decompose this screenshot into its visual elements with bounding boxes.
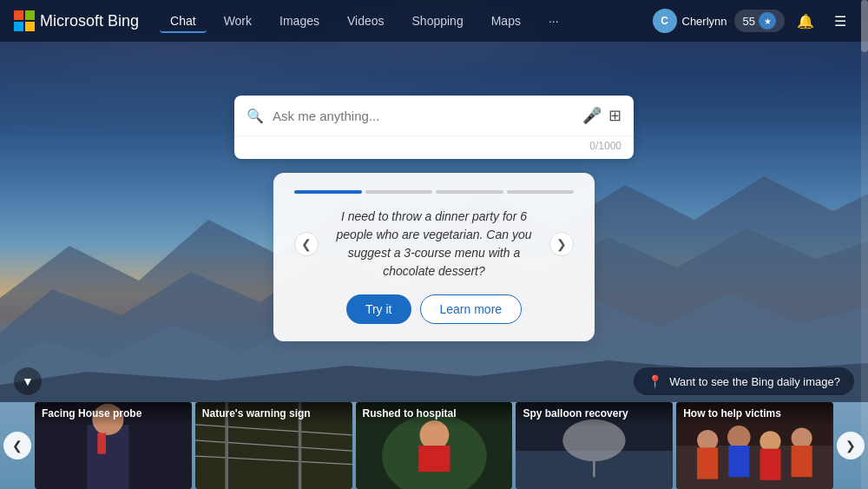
carousel-actions: Try it Learn more [294,294,574,324]
char-count: 0/1000 [589,140,621,152]
user-name: Cherlynn [682,15,727,28]
carousel-dot-2[interactable] [365,190,433,194]
user-area[interactable]: C Cherlynn [653,9,727,33]
svg-rect-21 [418,446,450,472]
news-card-4[interactable]: Spy balloon recovery [516,402,673,489]
svg-rect-32 [697,447,718,479]
svg-rect-4 [14,10,23,20]
learn-more-button[interactable]: Learn more [420,294,523,324]
search-footer: 0/1000 [234,135,634,159]
news-card-3[interactable]: Rushed to hospital [356,402,513,489]
news-card-2[interactable]: Nature's warning sign [195,402,352,489]
search-icon: 🔍 [247,108,264,124]
news-card-title-5: How to help victims [676,402,833,426]
svg-rect-34 [760,449,781,480]
collapse-button[interactable]: ▼ [14,367,42,395]
scrollbar-thumb[interactable] [861,0,868,52]
news-card-title-4: Spy balloon recovery [516,402,673,426]
nav-right: C Cherlynn 55 ★ 🔔 ☰ [653,7,855,35]
reward-icon: ★ [759,12,776,30]
nav-images[interactable]: Images [269,9,330,33]
menu-button[interactable]: ☰ [826,7,854,35]
scrollbar [861,0,868,489]
nav-more[interactable]: ··· [538,9,569,33]
user-avatar: C [653,9,677,33]
points-badge[interactable]: 55 ★ [734,10,785,32]
news-prev-button[interactable]: ❮ [3,432,31,459]
news-strip: ❮ Facing House probe Nature's warning si… [0,402,868,489]
nav-chat[interactable]: Chat [160,9,207,33]
search-input-row: 🔍 🎤 ⊞ [234,96,634,135]
navbar: Microsoft Bing Chat Work Images Videos S… [0,0,868,42]
location-icon: 📍 [648,374,662,388]
carousel-prev-button[interactable]: ❮ [294,232,319,256]
brand-name: Microsoft Bing [40,12,139,30]
daily-image-text: Want to see the Bing daily image? [669,375,840,388]
carousel-dot-3[interactable] [436,190,503,194]
bottom-area: ▼ 📍 Want to see the Bing daily image? ❮ … [0,360,868,489]
notification-icon: 🔔 [797,13,814,30]
news-card-title-1: Facing House probe [35,402,192,426]
carousel-prompt-text: I need to throw a dinner party for 6 peo… [326,208,542,281]
carousel-content-row: ❮ I need to throw a dinner party for 6 p… [294,208,574,281]
daily-image-notice[interactable]: 📍 Want to see the Bing daily image? [634,367,854,395]
camera-icon[interactable]: ⊞ [608,106,621,125]
bottom-controls: ▼ 📍 Want to see the Bing daily image? [0,360,868,402]
svg-rect-7 [25,22,35,31]
svg-rect-5 [25,10,35,20]
try-it-button[interactable]: Try it [346,294,411,324]
svg-rect-11 [97,433,106,454]
collapse-icon: ▼ [22,374,34,388]
nav-videos[interactable]: Videos [337,9,395,33]
carousel-next-button[interactable]: ❯ [549,232,574,256]
svg-rect-6 [14,22,23,31]
nav-shopping[interactable]: Shopping [402,9,474,33]
microsoft-logo-icon [14,10,35,31]
carousel-dot-4[interactable] [507,190,575,194]
news-card-5[interactable]: How to help victims [676,402,833,489]
carousel-dot-1[interactable] [294,190,362,194]
nav-work[interactable]: Work [214,9,262,33]
search-container: 🔍 🎤 ⊞ 0/1000 [234,96,634,159]
svg-point-29 [727,426,751,449]
svg-rect-33 [728,446,749,477]
search-icons-right: 🎤 ⊞ [582,106,621,125]
microphone-icon[interactable]: 🎤 [582,106,602,125]
news-card-1[interactable]: Facing House probe [35,402,192,489]
svg-rect-35 [792,446,812,477]
news-card-title-2: Nature's warning sign [195,402,352,426]
logo-area[interactable]: Microsoft Bing [14,10,139,31]
carousel-dots [294,190,574,194]
nav-maps[interactable]: Maps [481,9,531,33]
carousel-card: ❮ I need to throw a dinner party for 6 p… [273,173,595,341]
notification-button[interactable]: 🔔 [792,7,819,35]
points-value: 55 [743,15,755,28]
search-box: 🔍 🎤 ⊞ 0/1000 [234,96,634,159]
news-card-title-3: Rushed to hospital [356,402,513,426]
svg-point-30 [760,431,781,452]
menu-icon: ☰ [834,13,846,30]
search-input[interactable] [273,109,574,123]
